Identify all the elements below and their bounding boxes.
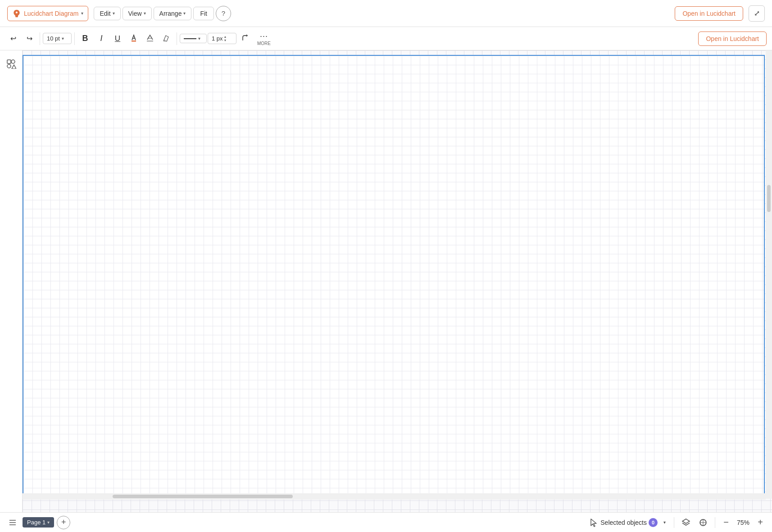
shapes-panel-button[interactable]: [696, 515, 710, 530]
pages-menu-button[interactable]: [5, 515, 20, 530]
expand-button[interactable]: ⤢: [749, 5, 765, 22]
svg-rect-8: [7, 64, 11, 68]
left-sidebar: [0, 50, 23, 512]
layers-button[interactable]: [679, 515, 693, 530]
shapes-panel-icon: [699, 518, 708, 527]
text-color-button[interactable]: [126, 31, 141, 46]
shapes-tool-button[interactable]: [3, 56, 19, 72]
formatting-toolbar: ↩ ↪ 10 pt ▾ B I U: [0, 27, 772, 50]
more-button[interactable]: ··· MORE: [254, 30, 274, 48]
view-chevron-icon: ▾: [144, 11, 146, 16]
underline-button[interactable]: U: [110, 31, 125, 46]
pages-list-icon: [9, 518, 17, 527]
svg-rect-6: [7, 60, 11, 63]
app-logo-button[interactable]: Lucidchart Diagram ▾: [7, 6, 88, 21]
zoom-minus-button[interactable]: −: [720, 516, 732, 529]
add-page-button[interactable]: +: [57, 516, 70, 529]
cursor-icon: [589, 518, 599, 527]
bottom-bar-separator-1: [674, 517, 674, 528]
canvas-area[interactable]: [23, 50, 772, 512]
svg-rect-5: [163, 41, 167, 41]
corner-style-icon: [241, 33, 250, 44]
zoom-controls: − 75% +: [720, 516, 767, 529]
selected-objects-area: Selected objects 0 ▾: [589, 518, 669, 527]
view-menu-button[interactable]: View ▾: [123, 7, 152, 20]
corner-style-button[interactable]: [237, 31, 253, 46]
horizontal-scrollbar-thumb[interactable]: [113, 495, 293, 498]
toolbar-separator-1: [40, 32, 40, 45]
arrange-chevron-icon: ▾: [183, 11, 186, 16]
bottom-bar: Page 1 ▾ + Selected objects 0 ▾: [0, 512, 772, 532]
line-width-up-icon: ▲: [224, 35, 227, 38]
edit-chevron-icon: ▾: [113, 11, 115, 16]
open-lucidchart-button[interactable]: Open in Lucidchart: [675, 6, 743, 21]
toolbar-separator-2: [74, 32, 75, 45]
arrange-menu-button[interactable]: Arrange ▾: [154, 7, 192, 20]
pen-color-button[interactable]: [159, 31, 174, 46]
line-width-down-icon: ▼: [224, 39, 227, 42]
expand-icon: ⤢: [754, 9, 760, 18]
shapes-icon: [6, 59, 16, 69]
layers-icon: [681, 518, 690, 527]
svg-rect-3: [147, 41, 153, 42]
redo-icon: ↪: [27, 34, 32, 43]
undo-button[interactable]: ↩: [5, 31, 21, 46]
canvas-page[interactable]: [23, 55, 765, 499]
zoom-plus-button[interactable]: +: [754, 516, 767, 529]
main-area: [0, 50, 772, 512]
undo-icon: ↩: [10, 34, 16, 43]
svg-rect-1: [132, 41, 136, 42]
font-size-chevron-icon: ▾: [62, 36, 64, 41]
selected-count-badge: 0: [649, 518, 658, 527]
zoom-level-display: 75%: [735, 519, 751, 526]
line-width-button[interactable]: 1 px ▲ ▼: [208, 33, 236, 44]
svg-marker-9: [12, 65, 16, 69]
pen-icon: [162, 33, 171, 44]
right-scrollbar[interactable]: [766, 50, 772, 499]
bottom-bar-separator-2: [715, 517, 715, 528]
highlight-color-button[interactable]: [142, 31, 158, 46]
app-menu-chevron-icon: ▾: [81, 11, 83, 16]
page-tab-chevron-icon: ▾: [47, 520, 50, 525]
add-page-icon: +: [61, 518, 66, 527]
lucidchart-logo-icon: [12, 9, 21, 18]
line-preview: [184, 38, 196, 39]
bold-button[interactable]: B: [77, 31, 93, 46]
font-size-button[interactable]: 10 pt ▾: [43, 33, 72, 44]
selected-objects-dropdown-button[interactable]: ▾: [659, 518, 669, 527]
edit-menu-button[interactable]: Edit ▾: [94, 7, 120, 20]
top-menu-bar: Lucidchart Diagram ▾ Edit ▾ View ▾ Arran…: [0, 0, 772, 27]
toolbar-open-lucidchart-button[interactable]: Open in Lucidchart: [698, 32, 767, 46]
page-tab[interactable]: Page 1 ▾: [23, 517, 54, 527]
svg-point-7: [11, 60, 15, 63]
help-button[interactable]: ?: [216, 6, 231, 21]
line-width-spinners: ▲ ▼: [224, 35, 227, 42]
italic-button[interactable]: I: [94, 31, 109, 46]
fit-button[interactable]: Fit: [193, 7, 214, 20]
line-style-chevron-icon: ▾: [198, 36, 200, 41]
highlight-color-icon: [145, 33, 154, 44]
bottom-scrollbar[interactable]: [23, 493, 766, 500]
redo-button[interactable]: ↪: [22, 31, 37, 46]
toolbar-separator-3: [177, 32, 177, 45]
right-scrollbar-thumb[interactable]: [767, 185, 771, 212]
line-style-button[interactable]: ▾: [180, 34, 207, 43]
text-color-icon: [129, 33, 138, 44]
more-icon: ···: [260, 32, 268, 41]
